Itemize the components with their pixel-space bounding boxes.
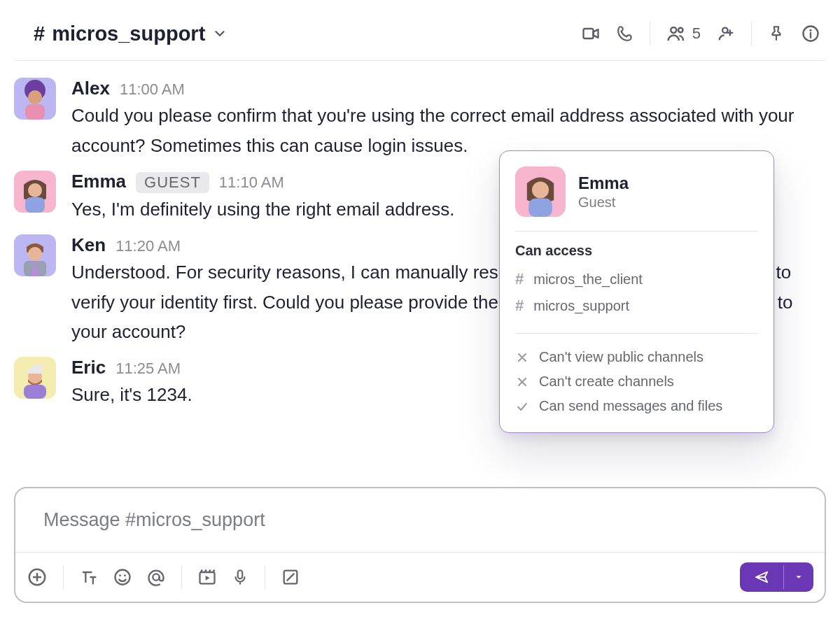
message-row: Alex 11:00 AM Could you please confirm t… — [14, 69, 826, 162]
message-author[interactable]: Ken — [71, 234, 106, 256]
member-count: 5 — [692, 24, 701, 43]
mention-icon[interactable] — [146, 567, 166, 587]
add-user-icon[interactable] — [716, 24, 736, 43]
x-icon — [515, 375, 529, 389]
separator — [515, 333, 758, 334]
send-options-icon[interactable] — [783, 565, 813, 589]
channel-name: micros_support — [52, 22, 205, 45]
composer-toolbar — [15, 552, 825, 602]
members-button[interactable]: 5 — [666, 23, 701, 44]
svg-point-23 — [124, 574, 126, 576]
check-icon — [515, 399, 529, 413]
svg-point-15 — [671, 27, 676, 33]
popover-access-title: Can access — [515, 243, 758, 259]
message-time: 11:10 AM — [219, 173, 284, 192]
permission-label: Can't create channels — [539, 374, 674, 390]
record-video-icon[interactable] — [197, 567, 217, 587]
chat-window: # micros_support 5 — [0, 0, 840, 617]
separator — [63, 565, 64, 589]
permission-label: Can't view public channels — [539, 349, 704, 365]
popover-channel-item[interactable]: #micros_the_client — [515, 266, 758, 292]
message-time: 11:00 AM — [120, 80, 185, 99]
channel-label: micros_the_client — [533, 271, 643, 288]
svg-rect-26 — [238, 570, 243, 579]
send-icon[interactable] — [740, 562, 783, 592]
hash-icon: # — [515, 270, 524, 288]
channel-header: # micros_support 5 — [14, 14, 826, 61]
format-icon[interactable] — [79, 567, 99, 587]
channel-title[interactable]: # micros_support — [34, 22, 227, 45]
hash-icon: # — [515, 297, 524, 315]
shortcuts-icon[interactable] — [281, 567, 300, 587]
user-profile-popover: Emma Guest Can access #micros_the_client… — [499, 150, 774, 433]
phone-call-icon[interactable] — [616, 24, 634, 43]
message-composer: Message #micros_support — [14, 487, 826, 603]
message-time: 11:20 AM — [115, 237, 181, 255]
attach-icon[interactable] — [27, 567, 48, 588]
header-actions: 5 — [581, 21, 820, 46]
avatar[interactable] — [14, 234, 56, 276]
svg-point-19 — [809, 29, 811, 31]
svg-rect-14 — [583, 29, 593, 38]
message-author[interactable]: Emma — [71, 171, 126, 192]
svg-point-22 — [119, 574, 121, 576]
svg-point-24 — [153, 574, 159, 580]
hash-icon: # — [34, 22, 45, 45]
message-input[interactable]: Message #micros_support — [15, 488, 825, 552]
permission-label: Can send messages and files — [539, 398, 722, 414]
svg-point-21 — [115, 570, 130, 585]
x-icon — [515, 350, 529, 364]
guest-badge: GUEST — [136, 172, 209, 193]
record-audio-icon[interactable] — [231, 567, 249, 587]
avatar[interactable] — [14, 78, 56, 120]
popover-permission-item: Can't view public channels — [515, 345, 758, 369]
svg-point-17 — [722, 28, 727, 33]
emoji-icon[interactable] — [113, 567, 132, 587]
info-icon[interactable] — [801, 24, 820, 43]
popover-user-name: Emma — [578, 173, 629, 193]
popover-permission-item: Can't create channels — [515, 369, 758, 394]
channel-label: micros_support — [533, 298, 629, 314]
separator — [751, 21, 752, 46]
send-button[interactable] — [740, 562, 813, 592]
message-author[interactable]: Alex — [71, 78, 110, 99]
chevron-down-icon — [212, 26, 227, 41]
separator — [265, 565, 265, 589]
pin-icon[interactable] — [767, 24, 785, 43]
avatar[interactable] — [14, 357, 56, 399]
separator — [181, 565, 182, 589]
popover-user-role: Guest — [578, 194, 629, 211]
video-call-icon[interactable] — [581, 24, 601, 43]
avatar — [515, 166, 566, 217]
message-author[interactable]: Eric — [71, 357, 106, 378]
message-time: 11:25 AM — [115, 360, 181, 378]
popover-channel-item[interactable]: #micros_support — [515, 292, 758, 319]
separator — [515, 231, 758, 232]
avatar[interactable] — [14, 171, 56, 213]
separator — [650, 21, 650, 46]
svg-point-16 — [678, 28, 683, 33]
popover-permission-item: Can send messages and files — [515, 394, 758, 418]
